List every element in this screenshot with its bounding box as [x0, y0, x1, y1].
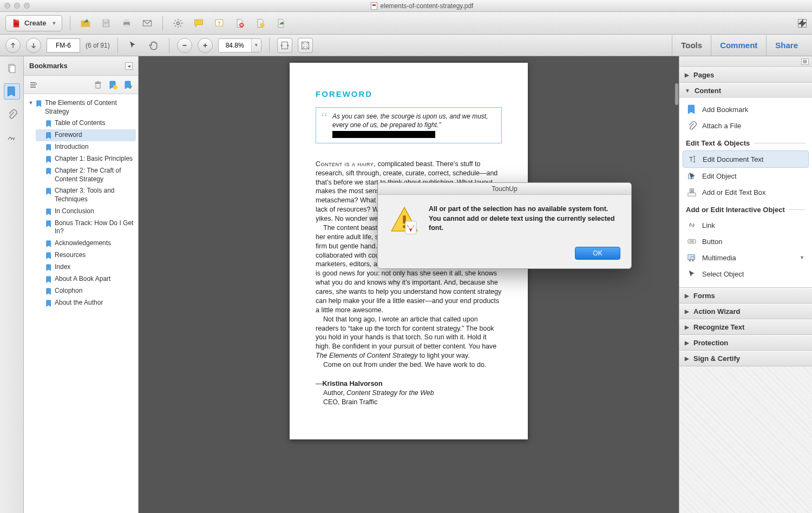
subhead-edit-text: Edit Text & Objects [683, 134, 809, 150]
email-button[interactable] [140, 16, 155, 31]
bookmark-item[interactable]: Acknowledgements [36, 238, 136, 249]
bookmark-item[interactable]: In Conclusion [36, 206, 136, 218]
section-recognize-text[interactable]: ▶Recognize Text [679, 319, 812, 334]
subhead-interactive: Add or Edit Interactive Object [683, 200, 809, 217]
close-window[interactable] [4, 3, 10, 9]
bookmark-root[interactable]: ▼ The Elements of Content Strategy [26, 97, 136, 117]
page-number-input[interactable] [47, 38, 80, 52]
bookmark-item[interactable]: Colophon [36, 285, 136, 297]
bookmark-icon [45, 252, 53, 260]
highlight-button[interactable]: T [212, 16, 227, 31]
attach-file-item[interactable]: Attach a File [683, 117, 809, 134]
bookmark-icon [45, 275, 53, 284]
open-button[interactable] [78, 16, 93, 31]
expand-bookmark-button[interactable] [123, 80, 134, 90]
bookmark-item[interactable]: Resources [36, 249, 136, 261]
stamp-button[interactable] [253, 16, 268, 31]
section-forms[interactable]: ▶Forms [679, 288, 812, 303]
multimedia-item[interactable]: Multimedia▼ [683, 249, 809, 266]
zoom-window[interactable] [24, 3, 30, 9]
bookmark-icon [36, 100, 43, 108]
main-toolbar: Create ▼ T [0, 12, 812, 35]
section-pages[interactable]: ▶Pages [679, 67, 812, 82]
fit-page-button[interactable] [298, 38, 313, 53]
edit-object-item[interactable]: Edit Object [683, 168, 809, 184]
ok-button[interactable]: OK [575, 247, 620, 260]
svg-rect-37 [405, 221, 416, 234]
svg-rect-17 [10, 65, 15, 73]
comment-button[interactable] [191, 16, 206, 31]
fullscreen-button[interactable] [798, 19, 807, 28]
bookmark-item[interactable]: Chapter 2: The Craft of Content Strategy [36, 165, 136, 185]
bookmark-item[interactable]: Foreword [36, 129, 136, 141]
chevron-down-icon: ▼ [51, 21, 56, 26]
hand-tool[interactable] [146, 38, 161, 53]
chevron-down-icon: ▼ [685, 88, 690, 94]
fit-width-button[interactable] [277, 38, 292, 53]
zoom-out-button[interactable] [177, 38, 192, 53]
select-tool[interactable] [126, 38, 141, 53]
signature-block: —Kristina Halvorson Author, Content Stra… [316, 379, 502, 407]
zoom-in-button[interactable] [198, 38, 213, 53]
collapse-bookmarks-icon[interactable]: ◂ [125, 62, 133, 70]
bookmark-item[interactable]: About the Author [36, 297, 136, 309]
svg-rect-0 [104, 19, 108, 22]
bookmark-item[interactable]: Bonus Track: How Do I Get In? [36, 218, 136, 238]
chevron-right-icon: ▶ [685, 324, 689, 330]
bookmark-options-button[interactable] [28, 80, 39, 90]
edit-document-text-item[interactable]: TEdit Document Text [683, 150, 809, 168]
left-nav-rail [0, 56, 24, 513]
bookmarks-button[interactable] [4, 83, 20, 100]
section-content[interactable]: ▼Content [679, 83, 812, 98]
pdf-file-icon [371, 2, 377, 10]
settings-button[interactable] [171, 16, 186, 31]
delete-bookmark-button[interactable] [93, 80, 103, 90]
bookmark-item[interactable]: Introduction [36, 141, 136, 153]
svg-rect-1 [104, 23, 108, 26]
zoom-level-input[interactable]: ▼ [218, 38, 261, 52]
save-button[interactable] [99, 16, 114, 31]
link-item[interactable]: Link [683, 217, 809, 233]
share-panel-toggle[interactable]: Share [766, 35, 807, 56]
attachments-button[interactable] [4, 106, 20, 122]
svg-text:T: T [218, 20, 221, 25]
navigation-toolbar: (6 of 91) ▼ Tools Comment Share [0, 35, 812, 56]
dialog-title: TouchUp [378, 183, 631, 195]
create-button[interactable]: Create ▼ [5, 15, 62, 31]
signatures-button[interactable] [4, 129, 20, 145]
new-bookmark-button[interactable] [108, 80, 119, 90]
bookmark-item[interactable]: Chapter 3: Tools and Techniques [36, 185, 136, 205]
page-thumbnails-button[interactable] [4, 61, 20, 77]
share-page-button[interactable] [273, 16, 289, 31]
minimize-window[interactable] [14, 3, 20, 9]
svg-point-6 [177, 22, 180, 24]
comment-panel-toggle[interactable]: Comment [711, 35, 766, 56]
chevron-right-icon: ▶ [685, 356, 689, 361]
chevron-down-icon[interactable]: ▼ [251, 39, 261, 52]
select-object-item[interactable]: Select Object [683, 266, 809, 282]
delete-page-button[interactable] [232, 16, 247, 31]
next-page-button[interactable] [26, 38, 41, 53]
prev-page-button[interactable] [5, 38, 21, 53]
bookmark-icon [45, 143, 53, 152]
section-action-wizard[interactable]: ▶Action Wizard [679, 304, 812, 319]
section-protection[interactable]: ▶Protection [679, 335, 812, 350]
tools-panel-toggle[interactable]: Tools [672, 35, 711, 56]
add-bookmark-item[interactable]: Add Bookmark [683, 101, 809, 117]
bookmark-item[interactable]: About A Book Apart [36, 273, 136, 285]
button-item[interactable]: OKButton [683, 233, 809, 249]
add-text-box-item[interactable]: AAdd or Edit Text Box [683, 184, 809, 200]
bookmark-tree[interactable]: ▼ The Elements of Content Strategy Table… [24, 94, 138, 513]
bookmark-item[interactable]: Index [36, 261, 136, 273]
bookmark-item[interactable]: Table of Contents [36, 117, 136, 129]
document-viewer[interactable]: FOREWORD “ As you can see, the scourge i… [139, 56, 679, 513]
window-controls[interactable] [4, 3, 30, 9]
bookmark-item[interactable]: Chapter 1: Basic Principles [36, 153, 136, 165]
print-button[interactable] [119, 16, 134, 31]
bookmark-icon [45, 155, 53, 163]
viewer-scrollbar[interactable] [675, 83, 678, 105]
collapse-tools-icon[interactable]: ▤ [801, 58, 809, 65]
disclosure-triangle-icon[interactable]: ▼ [28, 99, 34, 107]
section-sign-certify[interactable]: ▶Sign & Certify [679, 351, 812, 366]
svg-rect-19 [30, 84, 36, 86]
